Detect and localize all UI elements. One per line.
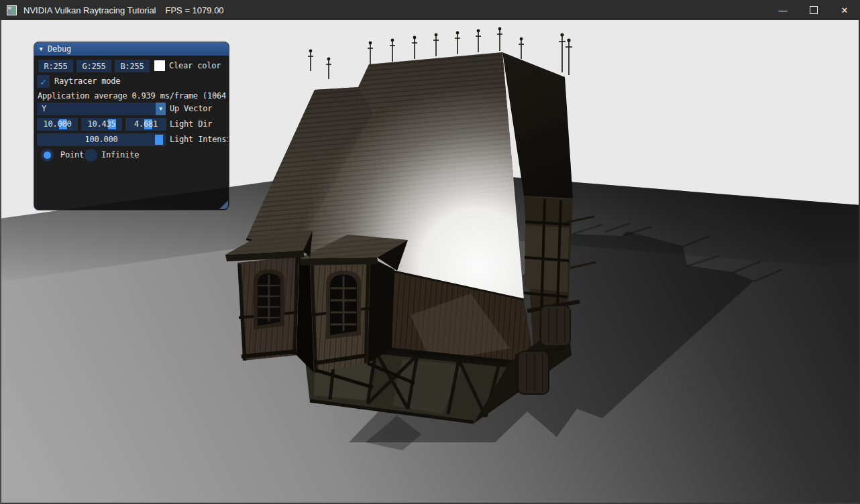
window-titlebar[interactable]: NVIDIA Vulkan Raytracing Tutorial FPS = … [0, 0, 860, 20]
frame-stats-text: Application average 0.939 ms/frame (1064 [38, 91, 226, 101]
light-intensity-label: Light Intensi [170, 133, 228, 146]
clear-color-swatch[interactable] [154, 60, 165, 71]
light-dir-x-value: 10.000 [37, 118, 78, 131]
radio-point-label: Point [60, 149, 84, 162]
raytracer-mode-row: ✓ Raytracer mode [34, 75, 228, 88]
close-icon: ✕ [841, 5, 849, 15]
up-vector-value: Y [42, 103, 46, 115]
stats-row: Application average 0.939 ms/frame (1064 [34, 91, 228, 101]
light-dir-x[interactable]: 10.000 [37, 118, 78, 131]
debug-panel-title: Debug [48, 44, 71, 54]
light-intensity-row: 100.000 Light Intensi [34, 133, 228, 146]
light-type-row: Point Infinite [34, 149, 228, 162]
combo-arrow-icon[interactable]: ▼ [156, 103, 166, 115]
collapse-arrow-icon[interactable]: ▼ [34, 46, 48, 52]
render-viewport[interactable]: ▼ Debug R:255 G:255 B:255 Clear color ✓ … [0, 20, 860, 504]
clear-color-row: R:255 G:255 B:255 Clear color [34, 60, 228, 72]
color-field-b[interactable]: B:255 [115, 60, 150, 72]
light-intensity-slider[interactable]: 100.000 [37, 133, 166, 146]
color-field-r[interactable]: R:255 [38, 60, 73, 72]
debug-panel-header[interactable]: ▼ Debug [34, 42, 229, 56]
light-dir-label: Light Dir [170, 118, 212, 131]
debug-panel[interactable]: ▼ Debug R:255 G:255 B:255 Clear color ✓ … [34, 42, 229, 210]
light-dir-row: 10.000 10.435 4.681 Light Dir [34, 118, 228, 131]
light-dir-z-value: 4.681 [125, 118, 166, 131]
window-title: NVIDIA Vulkan Raytracing Tutorial [23, 5, 156, 15]
up-vector-row: Y ▼ Up Vector [34, 103, 228, 115]
radio-infinite[interactable] [85, 149, 97, 162]
light-intensity-value: 100.000 [37, 133, 166, 146]
light-dir-y-value: 10.435 [81, 118, 122, 131]
fps-counter: FPS = 1079.00 [166, 5, 224, 15]
up-vector-combo[interactable]: Y ▼ [37, 103, 166, 115]
raytracer-mode-label: Raytracer mode [54, 75, 120, 88]
light-dir-y[interactable]: 10.435 [81, 118, 122, 131]
maximize-button[interactable] [798, 0, 829, 20]
checkmark-icon: ✓ [40, 76, 46, 87]
color-field-g[interactable]: G:255 [76, 60, 111, 72]
radio-infinite-label: Infinite [101, 149, 139, 162]
clear-color-label: Clear color [169, 60, 221, 72]
close-button[interactable]: ✕ [829, 0, 860, 20]
light-dir-z[interactable]: 4.681 [125, 118, 166, 131]
up-vector-label: Up Vector [170, 103, 212, 115]
minimize-button[interactable]: — [767, 0, 798, 20]
resize-grip[interactable] [219, 200, 228, 209]
radio-point[interactable] [41, 149, 54, 162]
raytracer-mode-checkbox[interactable]: ✓ [37, 75, 50, 88]
app-icon [7, 5, 17, 15]
minimize-icon: — [779, 5, 788, 15]
maximize-icon [810, 6, 818, 14]
